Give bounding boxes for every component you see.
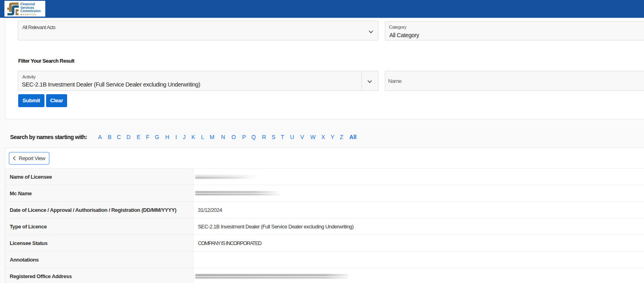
svg-text:Commission: Commission [20, 9, 40, 13]
svg-text:MAURITIUS: MAURITIUS [21, 13, 36, 16]
